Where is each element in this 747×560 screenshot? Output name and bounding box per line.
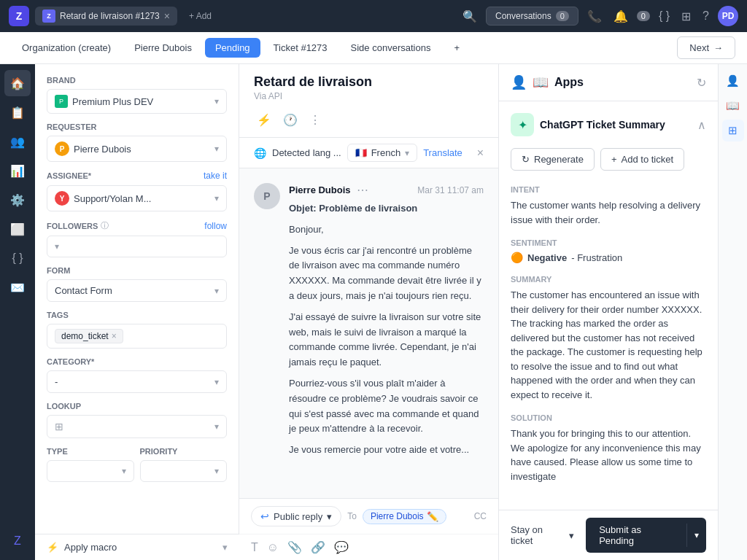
ticket-toolbar: ⚡ 🕐 ⋮ xyxy=(254,110,484,137)
apps-book-icon[interactable]: 📖 xyxy=(533,74,549,90)
tab-ticket[interactable]: Ticket #1273 xyxy=(263,38,338,58)
notification-badge[interactable]: 0 xyxy=(637,11,650,21)
lang-close-icon[interactable]: × xyxy=(477,147,484,160)
message-body-4: Pourriez-vous s'il vous plaît m'aider à … xyxy=(289,376,484,437)
assignee-chevron-icon: ▾ xyxy=(214,193,219,203)
reply-type-button[interactable]: ↩ Public reply ▾ xyxy=(251,506,341,526)
sidebar-item-sandbox[interactable]: ⬜ xyxy=(4,216,31,242)
chatgpt-icon: ✦ xyxy=(511,113,534,136)
sidebar-item-home[interactable]: 🏠 xyxy=(4,70,31,96)
message-more-icon[interactable]: ⋯ xyxy=(357,183,368,197)
take-it-link[interactable]: take it xyxy=(204,171,227,181)
tab-pending[interactable]: Pending xyxy=(205,38,260,58)
sidebar-item-settings[interactable]: ⚙️ xyxy=(4,187,31,213)
reply-chevron-icon: ▾ xyxy=(327,511,332,522)
search-icon[interactable]: 🔍 xyxy=(460,7,480,26)
help-icon[interactable]: ? xyxy=(700,7,712,26)
flag-icon: 🇫🇷 xyxy=(355,147,367,158)
regen-icon: ↻ xyxy=(522,154,530,165)
message-body-3: J'ai essayé de suivre la livraison sur v… xyxy=(289,310,484,370)
message-item: P Pierre Dubois ⋯ Mar 31 11:07 am Objet:… xyxy=(254,183,484,458)
history-icon[interactable]: 🕐 xyxy=(280,110,301,130)
emoji-icon[interactable]: ☺ xyxy=(267,541,279,554)
form-select[interactable]: Contact Form ▾ xyxy=(47,279,227,302)
chatgpt-title-row: ✦ ChatGPT Ticket Summary xyxy=(511,113,665,136)
regenerate-button[interactable]: ↻ Regenerate xyxy=(511,148,595,171)
right-icon-grid[interactable]: ⊞ xyxy=(722,120,744,141)
text-format-icon[interactable]: T xyxy=(251,541,258,554)
sidebar-item-zendesk[interactable]: Z xyxy=(4,528,31,554)
priority-select[interactable]: ▾ xyxy=(140,460,228,482)
message-subject: Objet: Problème de livraison xyxy=(289,201,484,217)
attach-icon[interactable]: 📎 xyxy=(287,540,302,554)
followers-info-icon[interactable]: ⓘ xyxy=(101,220,109,231)
priority-chevron-icon: ▾ xyxy=(214,466,219,476)
stay-on-ticket-button[interactable]: Stay on ticket ▾ xyxy=(511,524,574,546)
tab-person[interactable]: Pierre Dubois xyxy=(124,38,202,58)
message-author: Pierre Dubois xyxy=(289,184,351,195)
code-icon[interactable]: { } xyxy=(656,7,673,26)
tags-input[interactable]: demo_ticket × xyxy=(47,324,227,349)
category-select[interactable]: - ▾ xyxy=(47,370,227,393)
zendesk-logo[interactable]: Z xyxy=(9,6,29,26)
language-select[interactable]: 🇫🇷 French ▾ xyxy=(347,144,417,162)
add-to-ticket-button[interactable]: + Add to ticket xyxy=(600,148,684,171)
lightning-icon: ⚡ xyxy=(47,542,58,553)
conversations-button[interactable]: Conversations 0 xyxy=(486,7,578,26)
tag-remove-icon[interactable]: × xyxy=(112,331,117,341)
reply-edit-icon[interactable]: ✏️ xyxy=(427,511,438,522)
close-tab-icon[interactable]: × xyxy=(164,11,170,21)
user-avatar[interactable]: PD xyxy=(718,6,738,26)
lookup-select[interactable]: ⊞ ▾ xyxy=(47,415,227,438)
link-icon[interactable]: 🔗 xyxy=(311,540,325,554)
reply-to-pill[interactable]: Pierre Dubois ✏️ xyxy=(363,509,446,524)
apps-refresh-icon[interactable]: ↻ xyxy=(697,76,706,90)
apply-macro-inner: ⚡Apply macro xyxy=(47,542,117,553)
sidebar-item-mail[interactable]: ✉️ xyxy=(4,274,31,300)
right-icon-person[interactable]: 👤 xyxy=(722,70,744,92)
lookup-label: Lookup xyxy=(47,402,227,411)
action-buttons: ↻ Regenerate + Add to ticket xyxy=(511,148,706,171)
chatgpt-header: ✦ ChatGPT Ticket Summary ∧ xyxy=(511,113,706,136)
bell-icon[interactable]: 🔔 xyxy=(611,7,631,26)
more-icon[interactable]: ⋮ xyxy=(306,110,324,130)
type-select[interactable]: ▾ xyxy=(47,460,134,482)
phone-icon[interactable]: 📞 xyxy=(584,7,605,26)
conversations-badge: 0 xyxy=(556,11,569,21)
message-body-5: Je vous remercie pour votre aide et votr… xyxy=(289,443,484,458)
add-button[interactable]: + Add xyxy=(183,8,217,24)
grid-icon[interactable]: ⊞ xyxy=(678,7,694,26)
brand-select[interactable]: P Premium Plus DEV ▾ xyxy=(47,89,227,114)
apps-user-icon[interactable]: 👤 xyxy=(511,74,527,90)
follow-link[interactable]: follow xyxy=(204,221,227,231)
chat-icon[interactable]: 💬 xyxy=(334,540,349,554)
sidebar-item-tickets[interactable]: 📋 xyxy=(4,99,31,125)
requester-select[interactable]: P Pierre Dubois ▾ xyxy=(47,136,227,162)
requester-avatar: P xyxy=(55,141,69,156)
collapse-icon[interactable]: ∧ xyxy=(697,118,706,132)
followers-select[interactable]: ▾ xyxy=(47,236,227,257)
tab-side-conversations[interactable]: Side conversations xyxy=(341,38,441,58)
summary-section: Summary The customer has encountered an … xyxy=(511,275,706,402)
tab-organization[interactable]: Organization (create) xyxy=(12,38,121,58)
reply-icon: ↩ xyxy=(260,510,269,522)
submit-main[interactable]: Submit as Pending xyxy=(586,518,686,553)
sidebar-item-reports[interactable]: 📊 xyxy=(4,158,31,184)
tag-demo-ticket[interactable]: demo_ticket × xyxy=(55,329,123,343)
brand-label: Brand xyxy=(47,76,227,85)
submit-button[interactable]: Submit as Pending ▾ xyxy=(586,518,706,553)
cc-button[interactable]: CC xyxy=(474,511,487,521)
filter-icon[interactable]: ⚡ xyxy=(254,110,274,130)
reply-tools: T ☺ 📎 🔗 💬 xyxy=(239,534,498,560)
assignee-avatar: Y xyxy=(55,191,69,206)
next-button[interactable]: Next → xyxy=(677,36,735,59)
submit-arrow-icon[interactable]: ▾ xyxy=(686,524,706,547)
sidebar-item-code[interactable]: { } xyxy=(4,245,31,271)
sidebar-item-contacts[interactable]: 👥 xyxy=(4,128,31,155)
apply-macro-bar[interactable]: ⚡Apply macro▾ xyxy=(35,534,239,560)
active-tab[interactable]: Z Retard de livraison #1273 × xyxy=(35,7,177,26)
assignee-select[interactable]: Y Support/Yolan M... ▾ xyxy=(47,185,227,211)
add-tab-button[interactable]: + xyxy=(444,38,470,58)
translate-button[interactable]: Translate xyxy=(423,147,462,158)
right-icon-book[interactable]: 📖 xyxy=(722,95,744,117)
